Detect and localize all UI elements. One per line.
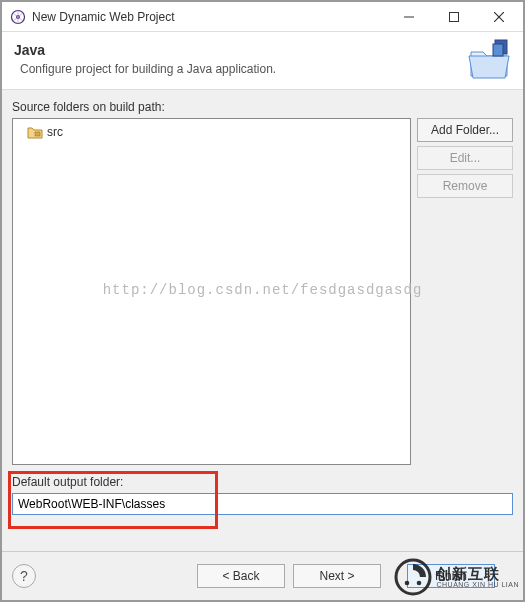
close-button[interactable] (476, 3, 521, 31)
package-folder-icon (27, 125, 43, 139)
wizard-header: Java Configure project for building a Ja… (2, 32, 523, 90)
app-icon (10, 9, 26, 25)
help-button[interactable]: ? (12, 564, 36, 588)
source-row: src Add Folder... Edit... Remove (12, 118, 513, 465)
tree-item[interactable]: src (17, 123, 406, 141)
tree-item-label: src (47, 125, 63, 139)
svg-rect-7 (493, 44, 503, 56)
maximize-button[interactable] (431, 3, 476, 31)
svg-rect-8 (35, 132, 40, 136)
output-folder-block: Default output folder: (12, 475, 513, 515)
add-folder-button[interactable]: Add Folder... (417, 118, 513, 142)
source-folders-tree[interactable]: src (12, 118, 411, 465)
minimize-button[interactable] (386, 3, 431, 31)
footer-button-bar: ? < Back Next > Finish (2, 552, 523, 600)
source-folders-label: Source folders on build path: (12, 100, 513, 114)
window-title: New Dynamic Web Project (32, 10, 386, 24)
spacer (12, 515, 513, 545)
content-area: Source folders on build path: src Add Fo… (2, 90, 523, 551)
default-output-input[interactable] (12, 493, 513, 515)
svg-rect-3 (449, 12, 458, 21)
next-button[interactable]: Next > (293, 564, 381, 588)
remove-button[interactable]: Remove (417, 174, 513, 198)
page-title: Java (14, 42, 511, 58)
finish-button[interactable]: Finish (407, 564, 495, 588)
help-icon: ? (20, 568, 28, 584)
edit-button[interactable]: Edit... (417, 146, 513, 170)
side-button-group: Add Folder... Edit... Remove (417, 118, 513, 465)
default-output-label: Default output folder: (12, 475, 513, 489)
window-controls (386, 3, 521, 31)
dialog-window: New Dynamic Web Project Java Configure p… (0, 0, 525, 602)
back-button[interactable]: < Back (197, 564, 285, 588)
folder-project-icon (465, 38, 513, 80)
title-bar: New Dynamic Web Project (2, 2, 523, 32)
page-description: Configure project for building a Java ap… (14, 62, 511, 76)
